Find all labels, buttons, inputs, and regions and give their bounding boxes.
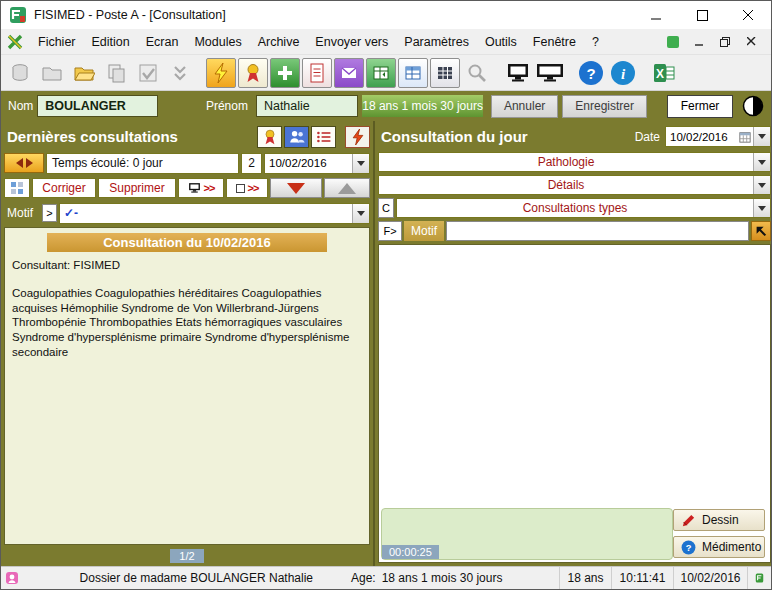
expand-nw-button[interactable] [751, 221, 771, 241]
chevron-down-icon[interactable] [352, 204, 369, 223]
correct-button[interactable]: Corriger [32, 178, 96, 198]
prenom-field[interactable]: Nathalie [256, 95, 358, 117]
consultation-date-dropdown[interactable]: 10/02/2016 [264, 153, 370, 174]
chevron-down-icon[interactable] [753, 199, 770, 217]
menu-fenetre[interactable]: Fenêtre [525, 32, 584, 52]
menu-modules[interactable]: Modules [186, 32, 249, 52]
medimento-button-label: Médimento [702, 540, 761, 554]
list-button[interactable] [311, 126, 336, 148]
delete-button[interactable]: Supprimer [98, 178, 176, 198]
today-consultation-editor[interactable] [379, 245, 770, 506]
consultation-count-field: 2 [241, 153, 262, 174]
mdi-minimize-icon[interactable] [690, 33, 708, 51]
menu-edition[interactable]: Edition [84, 32, 138, 52]
menu-aide[interactable]: ? [584, 32, 607, 52]
monitor-button[interactable] [503, 58, 533, 88]
consultation-du-jour-header: Consultation du jour Date 10/02/2016 [378, 124, 771, 149]
contrast-toggle-icon[interactable] [742, 95, 764, 117]
cancel-button[interactable]: Annuler [491, 95, 558, 118]
excel-export-icon[interactable]: X [649, 58, 679, 88]
motif-label-right: Motif [404, 221, 444, 241]
menu-archive[interactable]: Archive [250, 32, 308, 52]
scroll-down-button[interactable] [270, 178, 322, 198]
info-button[interactable]: i [608, 58, 638, 88]
chevron-down-icon[interactable] [753, 153, 770, 171]
motif-dropdown-left[interactable]: ✓- [59, 203, 370, 224]
pathology-dropdown[interactable]: Pathologie [378, 152, 771, 172]
grid-view-button[interactable] [4, 178, 30, 198]
save-button[interactable]: Enregistrer [562, 95, 647, 118]
patients-button[interactable] [284, 126, 309, 148]
select-send-button[interactable]: >> [226, 178, 268, 198]
medimento-button[interactable]: ? Médimento [673, 536, 765, 558]
menu-fichier[interactable]: Fichier [30, 32, 84, 52]
draw-button[interactable]: Dessin [673, 509, 765, 531]
maximize-icon[interactable] [679, 1, 725, 29]
footer-buttons: Dessin ? Médimento [673, 506, 770, 562]
today-date-picker[interactable]: 10/02/2016 [665, 126, 771, 147]
motif-input[interactable] [446, 221, 749, 241]
date-label: Date [635, 130, 660, 144]
last-consultations-header: Dernières consultations [4, 124, 370, 149]
page-indicator: 1/2 [170, 549, 203, 563]
previous-consultation-view[interactable]: Consultation du 10/02/2016 Consultant: F… [4, 227, 370, 545]
send-to-screen-button[interactable]: >> [178, 178, 224, 198]
open-folder-button[interactable] [69, 58, 99, 88]
folder-closed-icon[interactable] [37, 58, 67, 88]
menu-parametres[interactable]: Paramètres [396, 32, 477, 52]
dossier-text: Dossier de madame BOULANGER Nathalie [80, 571, 313, 585]
dual-monitor-button[interactable] [535, 58, 565, 88]
lightning-small-button[interactable] [345, 126, 370, 148]
award-button[interactable] [238, 58, 268, 88]
mdi-restore-icon[interactable] [716, 33, 734, 51]
archive-table-button[interactable] [366, 58, 396, 88]
database-icon[interactable] [5, 58, 35, 88]
copy-icon[interactable] [101, 58, 131, 88]
nom-field[interactable]: BOULANGER [37, 95, 158, 117]
app-mini-icon [664, 33, 682, 51]
elapsed-value: Temps écoulé: 0 jour [52, 156, 163, 170]
pathology-label: Pathologie [379, 155, 753, 169]
send-arrows-label: >> [204, 182, 215, 194]
minimize-icon[interactable] [633, 1, 679, 29]
table-blue-button[interactable] [398, 58, 428, 88]
navigate-consultations-button[interactable] [4, 153, 44, 173]
help-button[interactable]: ? [576, 58, 606, 88]
chevron-down-icon[interactable] [352, 154, 369, 173]
notes-zone[interactable]: 00:00:25 [381, 508, 673, 560]
close-icon[interactable] [725, 1, 771, 29]
validate-check-icon[interactable] [133, 58, 163, 88]
table-dark-button[interactable] [430, 58, 460, 88]
menu-ecran[interactable]: Ecran [138, 32, 187, 52]
chevron-down-icon[interactable] [753, 127, 770, 146]
motif-value-left: ✓- [60, 206, 352, 220]
menu-outils[interactable]: Outils [477, 32, 525, 52]
elapsed-row: Temps écoulé: 0 jour 2 10/02/2016 [4, 152, 370, 174]
close-record-button[interactable]: Fermer [667, 95, 733, 118]
lightning-button[interactable] [206, 58, 236, 88]
mail-button[interactable] [334, 58, 364, 88]
search-icon[interactable] [462, 58, 492, 88]
time-value: 10:11:41 [620, 571, 666, 585]
elapsed-field[interactable]: Temps écoulé: 0 jour [46, 153, 239, 174]
consult-types-dropdown[interactable]: Consultations types [396, 198, 771, 218]
consultant-line: Consultant: FISIMED [12, 259, 362, 271]
pencil-icon [681, 513, 696, 528]
consult-types-row: C Consultations types [378, 198, 771, 218]
age-label: Age: [351, 571, 376, 585]
details-dropdown[interactable]: Détails [378, 175, 771, 195]
award-small-button[interactable] [257, 126, 282, 148]
window-controls [633, 1, 771, 29]
window-title: FISIMED - Poste A - [Consultation] [34, 8, 226, 22]
chevron-down-icon[interactable] [753, 176, 770, 194]
new-consultation-button[interactable] [270, 58, 300, 88]
status-app-icon-segment [747, 567, 771, 589]
double-chevron-down-icon[interactable] [165, 58, 195, 88]
c-box: C [378, 198, 394, 218]
mdi-close-icon[interactable] [742, 33, 760, 51]
statusbar-main-segment: Dossier de madame BOULANGER Nathalie Age… [23, 571, 559, 585]
motif-prefix-box: > [42, 204, 57, 222]
menu-envoyer-vers[interactable]: Envoyer vers [307, 32, 396, 52]
document-button[interactable] [302, 58, 332, 88]
scroll-up-button[interactable] [324, 178, 370, 198]
